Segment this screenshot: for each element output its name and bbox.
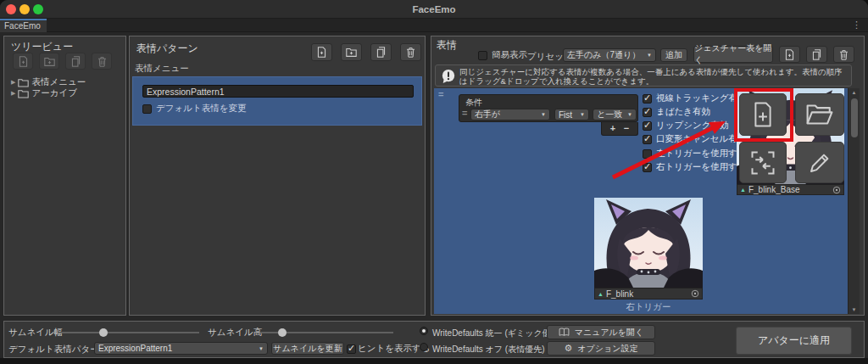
overflow-menu-icon[interactable]: ⋮ <box>852 20 861 31</box>
write-defaults-unified-radio[interactable] <box>420 327 428 335</box>
clip-name: F_blink_Base <box>748 185 830 194</box>
tree-item-archive[interactable]: ▶ アーカイブ <box>11 87 77 99</box>
drag-handle-icon[interactable]: = <box>462 108 467 118</box>
simple-view-label: 簡易表示 <box>492 49 527 61</box>
default-pattern-value: ExpressionPattern1 <box>98 344 172 353</box>
tab-bar: FaceEmo ⋮ <box>0 19 868 32</box>
write-defaults-off-label: WriteDefaults オフ (表情優先) <box>432 344 545 356</box>
default-expression-checkbox[interactable] <box>142 104 152 114</box>
new-document-button[interactable] <box>13 53 33 70</box>
tree-item-expression-menu[interactable]: ▶ 表情メニュー <box>11 76 86 88</box>
expression-panel: 表情 簡易表示 プリセット 左手のみ（7通り） ▼ 追加 ジェスチャー表を開く <box>431 36 865 316</box>
toggle-blink[interactable]: ✓まばたき有効 <box>643 106 710 118</box>
swap-animation-button[interactable] <box>739 142 787 183</box>
update-thumbnails-button[interactable]: サムネイルを更新 <box>271 342 344 355</box>
open-manual-button[interactable]: マニュアルを開く <box>547 325 655 339</box>
preset-dropdown[interactable]: 左手のみ（7通り） ▼ <box>563 48 656 62</box>
disclosure-icon[interactable]: ▶ <box>11 79 15 86</box>
scroll-up-icon[interactable]: ▲ <box>849 90 860 95</box>
preset-value: 左手のみ（7通り） <box>567 49 640 61</box>
pattern-delete-button[interactable] <box>400 43 421 61</box>
new-folder-button[interactable] <box>39 53 59 70</box>
write-defaults-unified-label: WriteDefaults 統一 (ギミック優先) <box>432 328 562 339</box>
chevron-down-icon: ▼ <box>580 112 585 117</box>
pattern-new-button[interactable] <box>311 43 332 61</box>
swap-arrows-icon <box>750 150 776 176</box>
pattern-new-folder-button[interactable] <box>341 43 362 61</box>
book-icon <box>559 328 570 337</box>
tree-item-label: アーカイブ <box>31 87 76 99</box>
tab-faceemo[interactable]: FaceEmo <box>0 19 47 32</box>
expression-duplicate-button[interactable] <box>806 46 827 63</box>
chevron-down-icon: ▼ <box>647 53 652 58</box>
expression-thumbnail-right-trigger[interactable] <box>594 198 703 288</box>
toggle-eye-tracking[interactable]: ✓視線トラッキング有効 <box>643 92 746 104</box>
simple-view-checkbox[interactable] <box>478 51 487 60</box>
condition-gesture-value: Fist <box>559 110 572 120</box>
pattern-list-item-selected[interactable]: デフォルト表情を変更 <box>132 76 422 126</box>
drag-handle-icon[interactable]: = <box>438 89 443 99</box>
toggle-left-trigger[interactable]: 左トリガーを使用する <box>643 148 746 160</box>
checkbox: ✓ <box>643 108 652 117</box>
clip-name: F_blink <box>606 289 688 299</box>
checkbox: ✓ <box>643 94 652 104</box>
thumbnail-width-label: サムネイル幅 <box>8 327 63 339</box>
condition-operator-dropdown[interactable]: と一致 ▼ <box>593 109 637 120</box>
option-settings-button[interactable]: ⚙ オプション設定 <box>547 341 655 356</box>
show-hints-checkbox[interactable]: ✓ <box>347 344 356 354</box>
chevron-down-icon: ▼ <box>259 346 264 351</box>
scrollbar-thumb[interactable] <box>851 98 858 137</box>
pattern-name-input[interactable] <box>142 85 414 98</box>
open-folder-button[interactable] <box>795 93 844 136</box>
default-pattern-label: デフォルト表情パターン <box>8 344 108 356</box>
expression-new-button[interactable] <box>779 46 800 63</box>
window-title: FaceEmo <box>0 4 868 14</box>
new-folder-icon <box>44 56 55 67</box>
remove-condition-button[interactable]: − <box>624 124 629 133</box>
duplicate-button[interactable] <box>65 53 86 70</box>
trash-icon <box>405 47 416 58</box>
toggle-lipsync[interactable]: ✓リップシンク有効 <box>643 120 728 132</box>
vertical-scrollbar[interactable]: ▲ ▼ <box>848 88 860 314</box>
condition-title: 条件 <box>465 97 482 109</box>
apply-to-avatar-button[interactable]: アバターに適用 <box>736 327 852 355</box>
animation-clip-field[interactable]: ▲ F_blink_Base <box>737 184 844 195</box>
slider-thumb[interactable] <box>99 328 108 337</box>
checkbox: ✓ <box>643 135 652 144</box>
disclosure-icon[interactable]: ▶ <box>11 90 15 97</box>
expression-delete-button[interactable] <box>833 46 854 63</box>
write-defaults-off-radio[interactable] <box>420 343 428 351</box>
add-condition-button[interactable]: + <box>610 124 615 133</box>
window-bottom-strip <box>0 358 868 364</box>
gesture-table-button[interactable]: ジェスチャー表を開く <box>693 46 773 63</box>
preset-add-button[interactable]: 追加 <box>660 48 687 62</box>
animation-clip-field[interactable]: ▲ F_blink <box>594 288 703 300</box>
slider-thumb[interactable] <box>278 328 287 337</box>
condition-gesture-dropdown[interactable]: Fist ▼ <box>554 109 589 120</box>
expression-pattern-panel: 表情パターン 表情メニュー デフォルト表情を変更 <box>129 36 426 316</box>
default-pattern-dropdown[interactable]: ExpressionPattern1 ▼ <box>94 342 268 355</box>
expression-item-selected[interactable]: = 条件 = 右手が ▼ Fist ▼ と一致 ▼ + <box>434 88 848 314</box>
thumbnail-height-slider[interactable] <box>260 332 393 333</box>
faceemo-window: FaceEmo FaceEmo ⋮ ツリービュー ▶ 表情メニュー <box>0 0 868 364</box>
edit-animation-button[interactable] <box>795 142 844 183</box>
pattern-panel-title: 表情パターン <box>136 42 198 56</box>
thumbnail-width-slider[interactable] <box>58 332 199 333</box>
toggle-mouth-morph-cancel[interactable]: ✓口変形キャンセル有効 <box>643 133 746 145</box>
new-folder-icon <box>346 47 357 58</box>
condition-hand-dropdown[interactable]: 右手が ▼ <box>470 109 550 120</box>
gear-icon: ⚙ <box>564 343 572 354</box>
chevron-down-icon: ▼ <box>627 112 632 117</box>
checkbox: ✓ <box>643 163 652 172</box>
scroll-down-icon[interactable]: ▼ <box>849 307 860 312</box>
thumbnail-height-label: サムネイル高 <box>208 327 262 339</box>
trash-icon <box>97 56 108 67</box>
object-picker-icon[interactable] <box>832 186 841 194</box>
object-picker-icon[interactable] <box>691 289 699 298</box>
delete-button[interactable] <box>92 53 112 70</box>
pattern-duplicate-button[interactable] <box>370 43 392 61</box>
duplicate-icon <box>70 56 81 67</box>
toggle-right-trigger[interactable]: ✓右トリガーを使用する <box>643 161 746 173</box>
help-box: 同じジェスチャーに対応する表情が複数ある場合、一番上にある表情が優先して使われま… <box>435 64 852 87</box>
duplicate-icon <box>811 49 822 60</box>
